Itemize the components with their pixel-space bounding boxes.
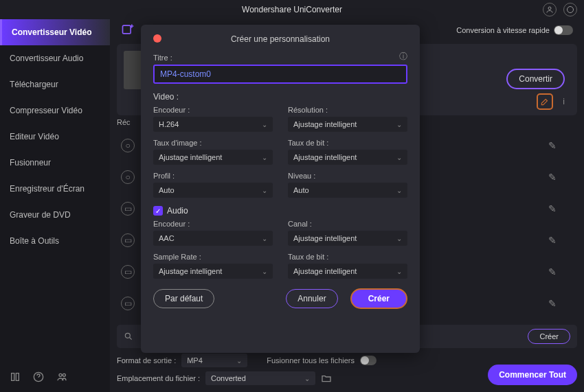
- framerate-select[interactable]: Ajustage intelligent: [153, 150, 273, 165]
- audio-encoder-select[interactable]: AAC: [153, 231, 273, 246]
- canal-label: Canal :: [288, 220, 407, 228]
- bitrate-select[interactable]: Ajustage intelligent: [288, 150, 407, 165]
- audio-check-label: Audio: [167, 206, 188, 216]
- edit-preset-icon[interactable]: [537, 93, 553, 110]
- row-edit-4[interactable]: ✎: [548, 235, 557, 246]
- profil-select[interactable]: Auto: [153, 183, 273, 198]
- bitrate-label: Taux de bit :: [288, 139, 407, 147]
- audio-encoder-label: Encodeur :: [153, 220, 273, 228]
- app-title: Wondershare UniConverter: [242, 5, 342, 14]
- sidebar-item-screen-recorder[interactable]: Enregistreur d'Écran: [0, 176, 110, 202]
- close-icon[interactable]: [153, 34, 161, 43]
- titre-input[interactable]: [153, 65, 407, 84]
- sidebar-item-editor[interactable]: Editeur Vidéo: [0, 124, 110, 150]
- sidebar: Convertisseur Vidéo Convertisseur Audio …: [0, 19, 110, 392]
- sidebar-item-video-converter[interactable]: Convertisseur Vidéo: [0, 19, 110, 45]
- svg-point-5: [125, 333, 130, 338]
- guide-icon[interactable]: [10, 371, 21, 382]
- audio-checkbox[interactable]: ✓: [153, 206, 163, 216]
- create-button[interactable]: Créer: [350, 288, 407, 309]
- row-edit-3[interactable]: ✎: [548, 203, 557, 214]
- community-icon[interactable]: [56, 371, 67, 382]
- location-label: Emplacement du fichier :: [117, 374, 200, 382]
- profil-label: Profil :: [153, 172, 273, 180]
- info-icon[interactable]: i: [563, 97, 565, 106]
- niveau-select[interactable]: Auto: [288, 183, 407, 198]
- sidebar-item-audio-converter[interactable]: Convertisseur Audio: [0, 45, 110, 71]
- sidebar-item-downloader[interactable]: Téléchargeur: [0, 71, 110, 97]
- search-icon[interactable]: [124, 332, 133, 341]
- help-icon[interactable]: [33, 371, 44, 382]
- default-button[interactable]: Par défaut: [153, 289, 214, 308]
- merge-toggle[interactable]: [360, 356, 377, 365]
- row-edit-6[interactable]: ✎: [548, 298, 557, 309]
- fast-conversion-toggle[interactable]: [554, 25, 573, 35]
- row-icon-3[interactable]: ▭: [121, 202, 135, 216]
- svg-rect-4: [123, 25, 131, 34]
- merge-label: Fusionner tous les fichiers: [267, 356, 355, 365]
- row-edit-5[interactable]: ✎: [548, 266, 557, 277]
- svg-point-3: [63, 373, 65, 376]
- sidebar-item-merger[interactable]: Fusionneur: [0, 150, 110, 176]
- svg-point-0: [548, 7, 551, 10]
- create-preset-button[interactable]: Créer: [528, 329, 570, 344]
- title-bar: Wondershare UniConverter: [0, 0, 584, 19]
- sidebar-item-dvd-burner[interactable]: Graveur de DVD: [0, 202, 110, 228]
- modal-help-icon[interactable]: ⓘ: [399, 51, 407, 62]
- encoder-label: Encodeur :: [153, 106, 273, 114]
- resolution-select[interactable]: Ajustage intelligent: [288, 117, 407, 132]
- sidebar-item-toolbox[interactable]: Boîte à Outils: [0, 228, 110, 254]
- add-file-icon[interactable]: [121, 23, 136, 38]
- feedback-icon[interactable]: [563, 3, 577, 16]
- modal-title: Créer une personnalisation: [231, 34, 330, 44]
- row-icon-5[interactable]: ▭: [121, 265, 135, 279]
- row-edit-1[interactable]: ✎: [548, 140, 557, 151]
- custom-preset-modal: Créer une personnalisation ⓘ Titre : Vid…: [141, 25, 420, 353]
- samplerate-label: Sample Rate :: [153, 253, 273, 261]
- format-label: Format de sortie :: [117, 356, 176, 365]
- svg-point-2: [59, 373, 62, 376]
- samplerate-select[interactable]: Ajustage intelligent: [153, 264, 273, 279]
- niveau-label: Niveau :: [288, 172, 407, 180]
- resolution-label: Résolution :: [288, 106, 407, 114]
- row-icon-4[interactable]: ▭: [121, 233, 135, 247]
- encoder-select[interactable]: H.264: [153, 117, 273, 132]
- row-icon-2[interactable]: ○: [121, 170, 135, 184]
- canal-select[interactable]: Ajustage intelligent: [288, 231, 407, 246]
- convert-button[interactable]: Convertir: [506, 69, 565, 89]
- output-format-select[interactable]: MP4: [181, 354, 247, 367]
- start-all-button[interactable]: Commencer Tout: [488, 365, 577, 385]
- row-icon-1[interactable]: ○: [121, 139, 135, 152]
- fast-conversion-label: Conversion à vitesse rapide: [456, 26, 550, 34]
- output-location-select[interactable]: Converted: [205, 371, 315, 385]
- framerate-label: Taux d'image :: [153, 139, 273, 147]
- sidebar-item-compressor[interactable]: Compresseur Vidéo: [0, 97, 110, 124]
- account-icon[interactable]: [543, 3, 557, 16]
- row-edit-2[interactable]: ✎: [548, 172, 557, 183]
- open-folder-icon[interactable]: [321, 373, 332, 384]
- video-section-label: Video :: [153, 92, 407, 102]
- titre-label: Titre :: [153, 54, 407, 62]
- cancel-button[interactable]: Annuler: [286, 289, 337, 308]
- audio-bitrate-select[interactable]: Ajustage intelligent: [288, 264, 407, 279]
- row-icon-6[interactable]: ▭: [121, 297, 135, 310]
- audio-bitrate-label: Taux de bit :: [288, 253, 407, 261]
